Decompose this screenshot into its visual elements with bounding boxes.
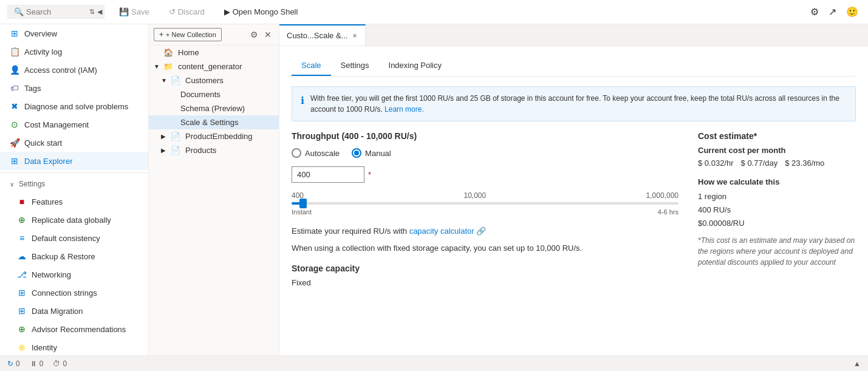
customers-chevron: ▼ — [161, 77, 168, 84]
tree-settings-icon[interactable]: ⚙ — [248, 29, 261, 41]
sidebar-item-advisor[interactable]: ⊕ Advisor Recommendations — [0, 320, 148, 338]
manual-radio-label[interactable]: Manual — [352, 148, 391, 158]
feedback-icon-btn[interactable]: 🙂 — [844, 4, 861, 20]
slider-labels: 400 10,000 1,000,000 — [292, 191, 678, 200]
tree-item-scale[interactable]: Scale & Settings — [149, 115, 279, 129]
diagnose-icon: ✖ — [10, 101, 19, 111]
storage-value: Fixed — [292, 278, 678, 287]
tab-close-button[interactable]: × — [351, 31, 358, 41]
capacity-calculator-link[interactable]: capacity calculator 🔗 — [409, 226, 487, 236]
time-instant: Instant — [292, 208, 312, 216]
cost-per-mo: $ 23.36/mo — [785, 158, 824, 168]
advisor-icon: ⊕ — [17, 324, 27, 334]
tree-item-productembedding[interactable]: ▶ 📄 ProductEmbedding — [149, 129, 279, 143]
learn-more-link[interactable]: Learn more. — [384, 105, 424, 114]
sidebar-item-cost[interactable]: ⊙ Cost Management — [0, 115, 148, 134]
tab-bar: Custo...Scale &... × — [279, 24, 868, 46]
required-indicator: * — [368, 170, 371, 179]
cost-per-day: $ 0.77/day — [741, 158, 778, 168]
share-icon-btn[interactable]: ↗ — [826, 4, 839, 20]
sidebar-item-data-explorer[interactable]: ⊞ Data Explorer — [0, 152, 148, 170]
sidebar-item-overview[interactable]: ⊞ Overview — [0, 24, 148, 43]
sidebar-item-data-migration[interactable]: ⊞ Data Migration — [0, 302, 148, 320]
replicate-icon: ⊕ — [17, 215, 27, 225]
slider-track[interactable] — [292, 202, 678, 205]
content-gen-chevron: ▼ — [154, 63, 161, 70]
slider-thumb[interactable] — [299, 199, 307, 208]
loading-count: 0 — [16, 359, 20, 368]
tree-item-customers[interactable]: ▼ 📄 Customers — [149, 73, 279, 87]
search-icon: 🔍 — [14, 7, 24, 16]
cost-values: $ 0.032/hr $ 0.77/day $ 23.36/mo — [698, 158, 856, 168]
tab-settings[interactable]: Settings — [331, 56, 379, 76]
scroll-right-icon: ▲ — [853, 359, 861, 368]
tab-indexing-policy[interactable]: Indexing Policy — [379, 56, 451, 76]
tree-item-documents[interactable]: Documents — [149, 87, 279, 101]
status-error: ⏱ 0 — [53, 359, 67, 368]
productembedding-icon: 📄 — [171, 132, 180, 141]
cost-current-label: Current cost per month — [698, 146, 856, 155]
throughput-input-row: * — [292, 166, 678, 183]
error-icon: ⏱ — [53, 359, 60, 368]
sidebar-item-quickstart[interactable]: 🚀 Quick start — [0, 134, 148, 152]
consistency-icon: ≡ — [17, 233, 27, 243]
status-scroll-right[interactable]: ▲ — [853, 359, 861, 368]
scale-content: Throughput (400 - 10,000 RU/s) Autoscale… — [292, 131, 856, 287]
discard-button[interactable]: ↺ Discard — [164, 5, 210, 19]
tree-panel: + + New Collection ⚙ ✕ 🏠 Home ▼ 📁 conten… — [149, 24, 279, 355]
estimate-text: Estimate your required RU/s with capacit… — [292, 225, 678, 237]
cost-price-per-ru: $0.00008/RU — [698, 217, 856, 230]
overview-icon: ⊞ — [10, 29, 19, 38]
scale-main: Throughput (400 - 10,000 RU/s) Autoscale… — [292, 131, 678, 287]
networking-icon: ⎇ — [17, 270, 27, 279]
tree-item-schema[interactable]: Schema (Preview) — [149, 101, 279, 115]
connection-icon: ⊞ — [17, 288, 27, 298]
throughput-input[interactable] — [292, 166, 364, 183]
cost-region: 1 region — [698, 190, 856, 203]
sidebar-item-connection-strings[interactable]: ⊞ Connection strings — [0, 284, 148, 302]
tree-collapse-icon[interactable]: ✕ — [262, 29, 274, 41]
identity-icon: ⊕ — [17, 342, 27, 352]
sidebar-item-tags[interactable]: 🏷 Tags — [0, 79, 148, 97]
status-bar: ↻ 0 ⏸ 0 ⏱ 0 ▲ — [0, 355, 868, 371]
open-mongo-button[interactable]: ▶ Open Mongo Shell — [219, 5, 303, 19]
toolbar: 🔍 ⇅ ◀ 💾 Save ↺ Discard ▶ Open Mongo Shel… — [0, 0, 868, 24]
customers-icon: 📄 — [171, 76, 180, 85]
sidebar-item-settings-section[interactable]: ∨ Settings — [0, 175, 148, 192]
slider-container: 400 10,000 1,000,000 Instant 4-6 hrs — [292, 191, 678, 216]
sidebar-item-backup[interactable]: ☁ Backup & Restore — [0, 247, 148, 265]
tree-item-content-generator[interactable]: ▼ 📁 content_generator — [149, 60, 279, 73]
tab-scale[interactable]: Scale — [292, 56, 331, 76]
sidebar-item-diagnose[interactable]: ✖ Diagnose and solve problems — [0, 97, 148, 115]
collapse-icon[interactable]: ◀ — [97, 8, 102, 16]
autoscale-radio[interactable] — [292, 148, 301, 158]
status-paused: ⏸ 0 — [30, 359, 44, 368]
home-icon: 🏠 — [163, 48, 173, 57]
search-input[interactable] — [26, 7, 87, 16]
main-layout: ⊞ Overview 📋 Activity log 👤 Access contr… — [0, 24, 868, 355]
tab-label: Custo...Scale &... — [287, 31, 347, 40]
products-icon: 📄 — [171, 146, 180, 155]
save-button[interactable]: 💾 Save — [114, 5, 154, 19]
manual-radio[interactable] — [352, 148, 361, 158]
sidebar-item-identity[interactable]: ⊕ Identity — [0, 338, 148, 355]
sidebar-item-networking[interactable]: ⎇ Networking — [0, 265, 148, 284]
cost-ru-s: 400 RU/s — [698, 203, 856, 217]
settings-chevron: ∨ — [10, 181, 14, 188]
sidebar-item-iam[interactable]: 👤 Access control (IAM) — [0, 61, 148, 79]
sidebar-separator-1 — [0, 172, 148, 173]
tree-item-home[interactable]: 🏠 Home — [149, 46, 279, 60]
tags-icon: 🏷 — [10, 83, 19, 93]
tab-scale-settings[interactable]: Custo...Scale &... × — [279, 24, 366, 46]
sidebar-item-consistency[interactable]: ≡ Default consistency — [0, 229, 148, 247]
sidebar-item-activity-log[interactable]: 📋 Activity log — [0, 43, 148, 61]
new-collection-button[interactable]: + + New Collection — [154, 28, 222, 41]
sidebar-item-replicate[interactable]: ⊕ Replicate data globally — [0, 211, 148, 229]
sidebar-item-features[interactable]: ■ Features — [0, 192, 148, 211]
new-collection-icon: + — [159, 30, 163, 39]
content-gen-icon: 📁 — [163, 62, 173, 71]
tree-item-products[interactable]: ▶ 📄 Products — [149, 143, 279, 157]
loading-spinner-icon: ↻ — [7, 359, 13, 368]
autoscale-radio-label[interactable]: Autoscale — [292, 148, 340, 158]
settings-icon-btn[interactable]: ⚙ — [808, 4, 821, 20]
